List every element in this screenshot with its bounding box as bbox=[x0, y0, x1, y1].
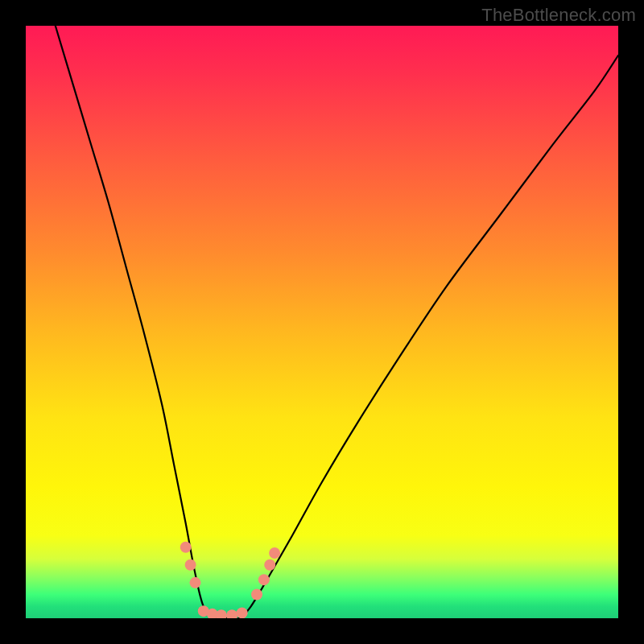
chart-svg bbox=[26, 26, 618, 618]
right-ascent-dots-dot bbox=[258, 574, 270, 585]
watermark-text: TheBottleneck.com bbox=[481, 5, 636, 26]
valley-dots-dot bbox=[216, 609, 227, 618]
left-descent-dots-dot bbox=[180, 542, 192, 553]
chart-outer-frame: TheBottleneck.com bbox=[0, 0, 644, 644]
right-ascent-dots-dot bbox=[269, 547, 280, 559]
valley-dots-dot bbox=[226, 609, 237, 618]
left-descent-dots-dot bbox=[190, 577, 201, 588]
bottleneck-v-curve bbox=[56, 26, 618, 618]
right-ascent-dots-dot bbox=[251, 589, 262, 601]
right-ascent-dots-dot bbox=[264, 559, 275, 571]
left-descent-dots-dot bbox=[185, 559, 196, 571]
plot-area bbox=[26, 26, 618, 618]
chart-markers bbox=[180, 542, 280, 618]
valley-dots-dot bbox=[237, 607, 248, 618]
